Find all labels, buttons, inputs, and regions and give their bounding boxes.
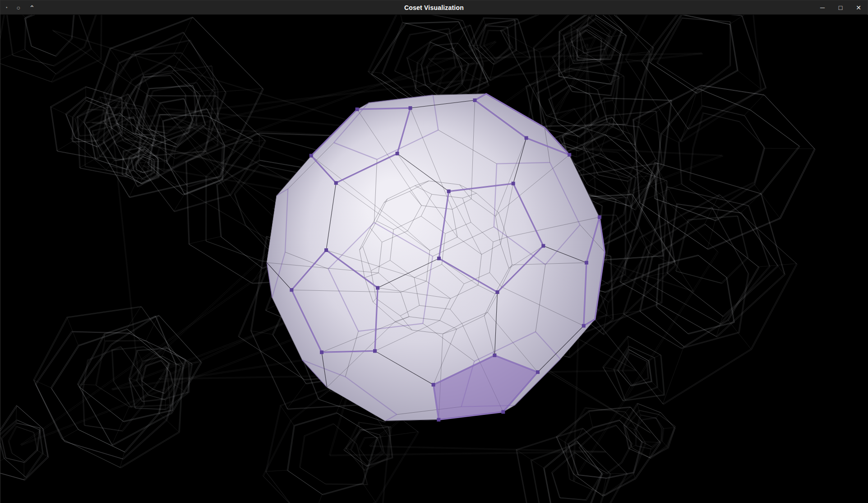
window-controls: ─ □ ✕ <box>819 0 862 14</box>
app-window: • ○ ⌃ Coset Visualization ─ □ ✕ <box>0 0 868 503</box>
minimize-button[interactable]: ─ <box>819 4 826 11</box>
viewport <box>0 15 868 503</box>
close-button[interactable]: ✕ <box>855 4 862 11</box>
visualization-canvas[interactable] <box>0 15 868 503</box>
titlebar[interactable]: • ○ ⌃ Coset Visualization ─ □ ✕ <box>0 0 868 15</box>
maximize-button[interactable]: □ <box>837 4 844 11</box>
window-title: Coset Visualization <box>0 4 868 11</box>
